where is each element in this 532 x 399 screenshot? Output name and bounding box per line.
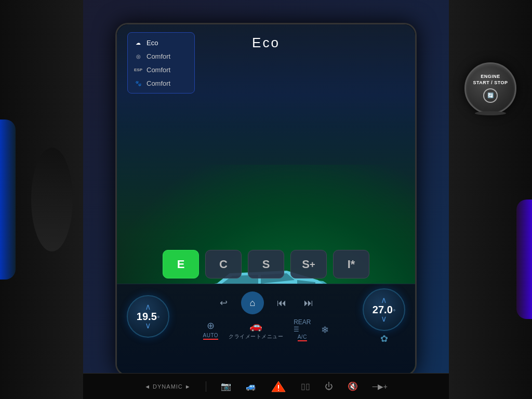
comfort3-label: Comfort [147, 79, 170, 87]
prev-track-button[interactable]: ⏮ [272, 294, 291, 312]
drive-mode-buttons-row: E C S S+ I* [117, 245, 415, 284]
drive-btn-sport-plus[interactable]: S+ [290, 250, 327, 278]
drive-btn-eco[interactable]: E [163, 250, 199, 278]
left-temp-down-button[interactable]: ∨ [145, 322, 151, 330]
climate-menu-label: クライメートメニュー [229, 333, 283, 340]
layout-icon: ▯▯ [301, 381, 310, 391]
camera-icon: 📷 [221, 381, 231, 391]
engine-icon-ring: 🔄 [483, 88, 498, 103]
car-icon: 🚙 [246, 381, 256, 391]
nav-buttons-row: ↩ ⌂ ⏮ ⏭ [214, 291, 318, 314]
left-temp-control: ∧ 19.5 ° ∨ [125, 295, 171, 338]
snowflake-icon: ❄ [321, 324, 329, 336]
dynamic-mode-button[interactable]: ◄ DYNAMIC ► [144, 383, 191, 390]
comfort2-label: Comfort [147, 66, 170, 74]
svg-point-18 [278, 390, 279, 391]
back-button[interactable]: ↩ [214, 294, 233, 312]
climate-control-bar: ∧ 19.5 ° ∨ ↩ ⌂ ⏮ [117, 284, 415, 375]
drive-mode-dropdown: ☁ Eco ◎ Comfort ESP Comfort 🐾 Comfort [127, 32, 195, 94]
power-button[interactable]: ⏻ [325, 382, 333, 391]
drive-btn-sport[interactable]: S [248, 250, 284, 278]
right-panel: ENGINE START / STOP 🔄 [449, 0, 532, 399]
ac-label: A/C [298, 334, 307, 341]
volume-control[interactable]: ─▶+ [373, 382, 388, 391]
right-temp-unit: ° [393, 308, 395, 314]
mute-button[interactable]: 🔇 [348, 381, 358, 391]
right-temp-up-button[interactable]: ∧ [381, 296, 387, 304]
car-button[interactable]: 🚙 [246, 381, 256, 391]
engine-label-text: ENGINE START / STOP [473, 74, 508, 86]
eco-mode-label: Eco [147, 39, 158, 47]
drive-btn-comfort[interactable]: C [205, 250, 242, 278]
home-button[interactable]: ⌂ [241, 291, 264, 314]
screen-content: Eco ☁ Eco ◎ Comfort ESP Comfort [117, 24, 415, 375]
left-temp-unit: ° [157, 315, 159, 321]
drive-btn-individual[interactable]: I* [333, 250, 369, 278]
warning-button[interactable] [271, 380, 286, 393]
fan-max-icon: ⊕ [207, 320, 215, 331]
dashboard: ENGINE START / STOP 🔄 Eco ☁ Ec [0, 0, 532, 399]
comfort1-icon: ◎ [134, 52, 142, 60]
mute-icon: 🔇 [348, 381, 358, 391]
right-temp-down-button[interactable]: ∨ [381, 315, 387, 323]
mode-title: Eco [252, 35, 280, 51]
climate-menu-control[interactable]: 🚗 クライメートメニュー [229, 320, 283, 340]
drive-mode-comfort2[interactable]: ESP Comfort [128, 63, 194, 76]
eco-mode-icon: ☁ [134, 38, 142, 47]
layout-button[interactable]: ▯▯ [301, 381, 310, 391]
drive-mode-comfort1[interactable]: ◎ Comfort [128, 49, 194, 63]
left-accent [0, 119, 16, 279]
climate-icons-row: ⊕ AUTO 🚗 クライメートメニュー REAR☰ A/C [203, 318, 329, 341]
left-curve-trim [31, 148, 73, 251]
right-temp-dial[interactable]: ∧ 27.0 ° ∨ [363, 288, 405, 331]
next-track-button[interactable]: ⏭ [299, 294, 318, 312]
left-temp-value: 19.5 [137, 311, 157, 322]
left-panel [0, 0, 83, 399]
rear-icon: REAR☰ [294, 318, 311, 333]
left-temp-up-button[interactable]: ∧ [145, 303, 151, 311]
right-accent [516, 200, 532, 319]
auto-label: AUTO [203, 332, 219, 340]
power-icon: ⏻ [325, 382, 333, 391]
toolbar-divider-1 [206, 381, 206, 392]
comfort3-icon: 🐾 [134, 79, 142, 87]
drive-mode-comfort3[interactable]: 🐾 Comfort [128, 76, 194, 90]
esp-icon: ESP [134, 65, 142, 74]
engine-start-stop-button[interactable]: ENGINE START / STOP 🔄 [464, 62, 516, 114]
snowflake-control[interactable]: ❄ [321, 324, 329, 336]
climate-menu-icon: 🚗 [249, 320, 262, 332]
warning-triangle-icon [271, 380, 286, 393]
engine-icon-symbol: 🔄 [487, 92, 494, 98]
rear-ac-control[interactable]: REAR☰ A/C [294, 318, 311, 341]
bottom-toolbar: ◄ DYNAMIC ► 📷 🚙 ▯▯ ⏻ 🔇 [83, 373, 449, 399]
left-temp-dial[interactable]: ∧ 19.5 ° ∨ [127, 295, 169, 338]
volume-icon: ─▶+ [373, 382, 388, 391]
right-fan-icon: ✿ [380, 334, 388, 344]
right-temp-value: 27.0 [373, 304, 393, 315]
main-screen: Eco ☁ Eco ◎ Comfort ESP Comfort [115, 23, 417, 376]
camera-button[interactable]: 📷 [221, 381, 231, 391]
right-temp-control: ∧ 27.0 ° ∨ ✿ [361, 288, 407, 344]
comfort1-label: Comfort [147, 52, 170, 60]
fan-auto-control[interactable]: ⊕ AUTO [203, 320, 219, 340]
center-climate-controls: ↩ ⌂ ⏮ ⏭ ⊕ AUTO 🚗 クライメー [171, 291, 361, 341]
climate-top-row: ∧ 19.5 ° ∨ ↩ ⌂ ⏮ [117, 284, 415, 347]
drive-mode-eco[interactable]: ☁ Eco [128, 36, 194, 49]
